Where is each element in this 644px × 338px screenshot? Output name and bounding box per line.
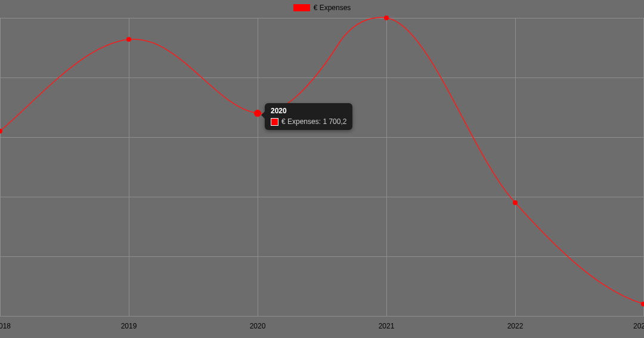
tooltip-title: 2020 xyxy=(271,107,346,115)
chart-line-expenses xyxy=(0,18,644,316)
data-point-2019[interactable] xyxy=(126,37,131,42)
chart-tooltip: 2020 € Expenses: 1 700,2 xyxy=(265,103,352,130)
legend-swatch-expenses xyxy=(293,4,310,11)
tooltip-swatch xyxy=(271,118,278,126)
x-tick-2022: 2022 xyxy=(507,322,524,330)
x-tick-2021: 2021 xyxy=(379,322,395,330)
x-tick-2023: 202 xyxy=(633,322,644,330)
data-point-2020[interactable] xyxy=(254,110,261,117)
chart-plot-area[interactable]: 2020 € Expenses: 1 700,2 xyxy=(0,18,644,316)
data-point-2023[interactable] xyxy=(641,302,644,306)
x-tick-2019: 2019 xyxy=(121,322,137,330)
tooltip-text: € Expenses: 1 700,2 xyxy=(281,117,346,126)
x-tick-2018: 018 xyxy=(0,322,11,330)
data-point-2022[interactable] xyxy=(513,200,518,205)
legend-label-expenses: € Expenses xyxy=(314,4,351,12)
data-point-2021[interactable] xyxy=(384,15,389,20)
chart-legend[interactable]: € Expenses xyxy=(0,4,644,12)
x-tick-2020: 2020 xyxy=(250,322,266,330)
gridline-h xyxy=(0,316,644,317)
